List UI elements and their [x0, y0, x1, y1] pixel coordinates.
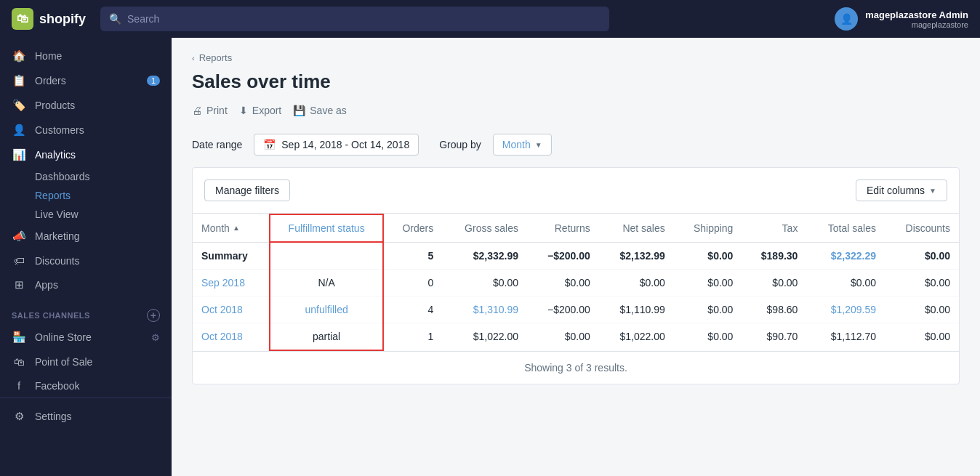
- sidebar-item-discounts[interactable]: 🏷 Discounts: [0, 249, 172, 273]
- print-icon: 🖨: [192, 105, 202, 116]
- row-month: Oct 2018: [193, 296, 270, 323]
- sidebar-item-analytics[interactable]: 📊 Analytics: [0, 142, 172, 167]
- logo-text: shopify: [39, 12, 86, 27]
- summary-discounts: $0.00: [885, 242, 959, 269]
- row-discounts: $0.00: [885, 296, 959, 323]
- date-range-button[interactable]: 📅 Sep 14, 2018 - Oct 14, 2018: [254, 134, 419, 156]
- marketing-icon: 📣: [12, 230, 26, 243]
- summary-tax: $189.30: [742, 242, 806, 269]
- sidebar-item-pos[interactable]: 🛍 Point of Sale: [0, 350, 172, 374]
- manage-filters-button[interactable]: Manage filters: [204, 179, 290, 201]
- table-row-summary: Summary 5 $2,332.99 −$200.00 $2,132.99 $…: [193, 242, 959, 269]
- sidebar-item-reports[interactable]: Reports: [35, 186, 172, 205]
- chevron-down-icon: ▼: [535, 141, 542, 149]
- sidebar-item-label: Apps: [35, 279, 58, 291]
- row-gross-sales: $1,022.00: [442, 323, 527, 350]
- save-as-button[interactable]: 💾 Save as: [293, 102, 347, 119]
- table-footer: Showing 3 of 3 results.: [193, 351, 959, 384]
- sidebar-item-label: Settings: [35, 411, 72, 422]
- search-input[interactable]: [127, 13, 601, 25]
- filters-bar: Date range 📅 Sep 14, 2018 - Oct 14, 2018…: [192, 134, 960, 156]
- row-net-sales: $1,110.99: [599, 296, 674, 323]
- summary-returns: −$200.00: [527, 242, 599, 269]
- row-gross-sales: $1,310.99: [442, 296, 527, 323]
- row-shipping: $0.00: [674, 296, 742, 323]
- col-header-orders: Orders: [383, 214, 442, 242]
- row-tax: $0.00: [742, 269, 806, 296]
- row-returns: −$200.00: [527, 296, 599, 323]
- row-net-sales: $1,022.00: [599, 323, 674, 350]
- sidebar-item-marketing[interactable]: 📣 Marketing: [0, 224, 172, 249]
- sidebar-item-dashboards[interactable]: Dashboards: [35, 167, 172, 186]
- row-gross-sales: $0.00: [442, 269, 527, 296]
- sales-channels-section: SALES CHANNELS +: [0, 297, 172, 325]
- col-header-month[interactable]: Month ▲: [193, 214, 270, 242]
- main-content: ‹ Reports Sales over time 🖨 Print ⬇ Expo…: [172, 38, 980, 476]
- user-info: mageplazastore Admin mageplazastore: [865, 9, 968, 29]
- edit-columns-button[interactable]: Edit columns ▼: [856, 179, 947, 201]
- table-row: Oct 2018 unfulfilled 4 $1,310.99 −$200.0…: [193, 296, 959, 323]
- sidebar-item-liveview[interactable]: Live View: [35, 205, 172, 224]
- orders-icon: 📋: [12, 74, 26, 87]
- sidebar-item-label: Home: [35, 50, 62, 62]
- sidebar-item-customers[interactable]: 👤 Customers: [0, 118, 172, 142]
- row-returns: $0.00: [527, 269, 599, 296]
- edit-columns-label: Edit columns: [867, 185, 925, 196]
- facebook-icon: f: [12, 379, 26, 392]
- sidebar-item-label: Marketing: [35, 230, 79, 242]
- row-total-sales: $1,112.70: [806, 323, 885, 350]
- sidebar-item-settings[interactable]: ⚙ Settings: [0, 404, 172, 429]
- sidebar-item-orders[interactable]: 📋 Orders 1: [0, 68, 172, 93]
- row-net-sales: $0.00: [599, 269, 674, 296]
- search-bar: 🔍: [100, 7, 609, 31]
- chevron-down-icon: ▼: [929, 187, 936, 195]
- group-by-value: Month: [502, 139, 531, 150]
- breadcrumb-chevron-icon: ‹: [192, 54, 195, 62]
- export-button[interactable]: ⬇ Export: [239, 102, 281, 119]
- user-section: 👤 mageplazastore Admin mageplazastore: [835, 7, 968, 31]
- toolbar: 🖨 Print ⬇ Export 💾 Save as: [192, 102, 960, 119]
- logo[interactable]: 🛍 shopify: [12, 8, 86, 30]
- row-month: Oct 2018: [193, 323, 270, 350]
- sidebar-item-home[interactable]: 🏠 Home: [0, 44, 172, 68]
- sidebar-item-label: Facebook: [35, 380, 79, 392]
- add-channel-button[interactable]: +: [147, 309, 160, 322]
- breadcrumb-parent[interactable]: Reports: [199, 52, 233, 63]
- avatar: 👤: [835, 7, 858, 31]
- sidebar-item-label: Online Store: [35, 331, 92, 343]
- sidebar-item-online-store[interactable]: 🏪 Online Store ⚙: [0, 325, 172, 350]
- sidebar-item-apps[interactable]: ⊞ Apps: [0, 273, 172, 297]
- row-discounts: $0.00: [885, 269, 959, 296]
- print-button[interactable]: 🖨 Print: [192, 102, 228, 119]
- row-total-sales: $1,209.59: [806, 296, 885, 323]
- sidebar-item-label: Point of Sale: [35, 356, 92, 368]
- sidebar-item-label: Discounts: [35, 255, 79, 267]
- row-returns: $0.00: [527, 323, 599, 350]
- breadcrumb: ‹ Reports: [192, 52, 960, 63]
- row-month: Sep 2018: [193, 269, 270, 296]
- col-header-returns: Returns: [527, 214, 599, 242]
- group-by-dropdown[interactable]: Month ▼: [493, 134, 552, 156]
- home-icon: 🏠: [12, 49, 26, 62]
- sidebar-item-products[interactable]: 🏷️ Products: [0, 93, 172, 118]
- export-icon: ⬇: [239, 105, 248, 116]
- settings-icon: ⚙: [12, 410, 26, 423]
- col-header-fulfillment[interactable]: Fulfillment status: [270, 214, 383, 242]
- row-orders: 1: [383, 323, 442, 350]
- orders-badge: 1: [147, 76, 160, 86]
- analytics-icon: 📊: [12, 148, 26, 161]
- col-header-tax: Tax: [742, 214, 806, 242]
- gear-icon[interactable]: ⚙: [151, 332, 160, 343]
- sales-table: Month ▲ Fulfillment status Orders Gross …: [193, 214, 959, 351]
- sidebar: 🏠 Home 📋 Orders 1 🏷️ Products 👤 Customer…: [0, 38, 172, 476]
- page-title: Sales over time: [192, 70, 960, 93]
- date-range-label: Date range: [192, 139, 242, 150]
- row-tax: $90.70: [742, 323, 806, 350]
- sidebar-item-facebook[interactable]: f Facebook: [0, 374, 172, 398]
- row-fulfillment: partial: [270, 323, 383, 350]
- summary-net-sales: $2,132.99: [599, 242, 674, 269]
- table-actions: Manage filters Edit columns ▼: [193, 168, 959, 214]
- discounts-icon: 🏷: [12, 254, 26, 267]
- calendar-icon: 📅: [263, 139, 276, 150]
- shopify-bag-icon: 🛍: [12, 8, 33, 30]
